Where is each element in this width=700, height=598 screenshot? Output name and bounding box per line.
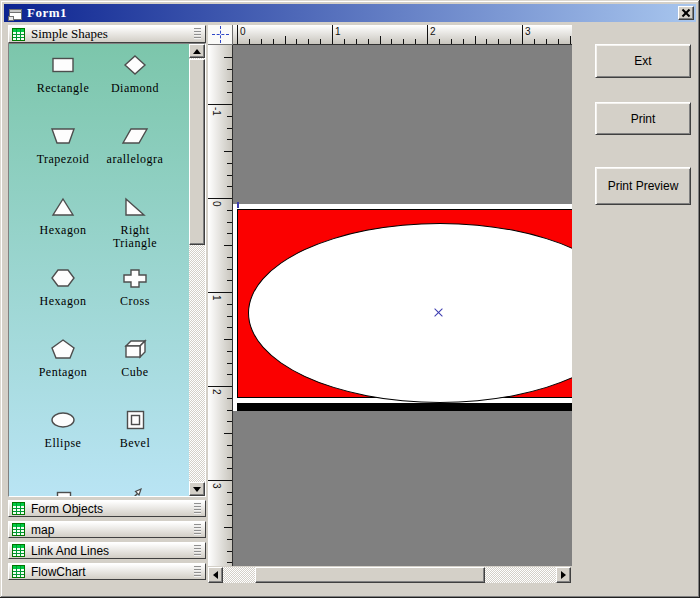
palette-group-map[interactable]: map — [8, 521, 206, 538]
ruler-tick — [227, 175, 232, 176]
ruler-label: 1 — [335, 26, 341, 37]
shape-item-label: Hexagon — [40, 295, 87, 308]
palette-group-form-objects[interactable]: Form Objects — [8, 500, 206, 517]
palette-header-label: Simple Shapes — [31, 26, 194, 42]
palette-group-link-and-lines[interactable]: Link And Lines — [8, 542, 206, 559]
shape-item-bevel[interactable]: Bevel — [99, 405, 171, 476]
shape-item-diamond[interactable]: Diamond — [99, 50, 171, 121]
shape-item-label: Hexagon — [40, 224, 87, 237]
shape-item-cross[interactable]: Cross — [99, 263, 171, 334]
shape-item-label: Cross — [120, 295, 150, 308]
shape-item-ellipse[interactable]: Ellipse — [27, 405, 99, 476]
ruler-tick — [380, 36, 381, 44]
ruler-tick — [227, 269, 232, 270]
palette-scrollbar[interactable] — [189, 44, 205, 496]
title-bar[interactable]: Form1 — [4, 4, 696, 22]
shape-item-parallelogram[interactable]: arallelogra — [99, 121, 171, 192]
shape-grid: RectangleDiamondTrapezoidarallelograHexa… — [27, 50, 171, 476]
ruler-tick — [546, 39, 547, 44]
parallelogram-icon — [121, 121, 149, 151]
ruler-tick — [227, 457, 232, 458]
ruler-tick — [415, 39, 416, 44]
shape-palette: Simple Shapes RectangleDiamondTrapezoida… — [8, 25, 206, 580]
shape-item-rectangle[interactable]: Rectangle — [27, 50, 99, 121]
scroll-left-button[interactable] — [208, 567, 223, 583]
canvas-hscrollbar[interactable] — [208, 567, 571, 583]
scroll-down-button[interactable] — [189, 482, 205, 496]
ruler-tick — [224, 433, 232, 434]
shape-item-pentagon[interactable]: Pentagon — [27, 334, 99, 405]
ruler-tick — [224, 57, 232, 58]
center-cross-marker — [433, 307, 444, 318]
ruler-tick — [227, 69, 232, 70]
ruler-tick — [208, 480, 232, 481]
bevel-icon — [121, 405, 149, 435]
palette-group-label: Form Objects — [31, 502, 194, 516]
green-grid-icon — [12, 523, 25, 536]
ruler-tick — [227, 139, 232, 140]
palette-group-label: Link And Lines — [31, 544, 194, 558]
ruler-tick — [227, 551, 232, 552]
horizontal-ruler: 0123 — [233, 25, 572, 45]
ruler-label: 1 — [211, 295, 222, 301]
ruler-tick — [227, 163, 232, 164]
ext-button[interactable]: Ext — [595, 44, 691, 78]
window-title: Form1 — [27, 5, 678, 21]
ruler-tick — [427, 25, 428, 44]
canvas-hscrollbar-thumb[interactable] — [255, 567, 485, 583]
canvas-area: 0123 -10123 — [208, 25, 572, 583]
ruler-tick — [227, 116, 232, 117]
ruler-tick — [522, 25, 523, 44]
triangle-icon — [49, 192, 77, 222]
ruler-tick — [227, 351, 232, 352]
shape-item-partial-rectangle[interactable] — [56, 490, 72, 497]
palette-header-simple-shapes[interactable]: Simple Shapes — [8, 25, 206, 43]
ruler-tick — [227, 304, 232, 305]
ruler-tick — [368, 39, 369, 44]
ruler-tick — [296, 39, 297, 44]
shape-item-label: Pentagon — [39, 366, 88, 379]
ruler-tick — [224, 339, 232, 340]
ruler-tick — [227, 92, 232, 93]
ruler-tick — [224, 527, 232, 528]
palette-group-flowchart[interactable]: FlowChart — [8, 563, 206, 580]
drawing-viewport[interactable] — [233, 45, 572, 566]
print-button[interactable]: Print — [595, 102, 691, 135]
palette-group-label: FlowChart — [31, 565, 194, 579]
shape-item-hexagon[interactable]: Hexagon — [27, 263, 99, 334]
cross-icon — [121, 263, 149, 293]
triangle-right-icon — [561, 571, 566, 579]
shape-item-trapezoid[interactable]: Trapezoid — [27, 121, 99, 192]
scroll-right-button[interactable] — [556, 567, 571, 583]
ellipse-icon — [49, 405, 77, 435]
green-grid-icon — [12, 544, 25, 557]
palette-scrollbar-thumb[interactable] — [189, 59, 205, 245]
ruler-tick — [273, 39, 274, 44]
scroll-up-button[interactable] — [189, 44, 205, 58]
ruler-tick — [227, 233, 232, 234]
green-grid-icon — [12, 565, 25, 578]
green-grid-icon — [12, 502, 25, 515]
shape-item-partial-arrow[interactable] — [127, 485, 147, 497]
ruler-tick — [439, 39, 440, 44]
vertical-ruler: -10123 — [208, 45, 233, 566]
black-line-shape[interactable] — [237, 403, 572, 411]
shape-item-right-triangle[interactable]: Right Triangle — [99, 192, 171, 263]
ruler-label: 3 — [211, 483, 222, 489]
shape-item-cube[interactable]: Cube — [99, 334, 171, 405]
close-button[interactable] — [678, 6, 694, 20]
ruler-tick — [498, 39, 499, 44]
shape-list: RectangleDiamondTrapezoidarallelograHexa… — [8, 43, 206, 497]
ruler-tick — [227, 421, 232, 422]
ruler-tick — [208, 104, 232, 105]
ruler-tick — [249, 39, 250, 44]
ruler-tick — [227, 515, 232, 516]
shape-item-label: Diamond — [111, 82, 159, 95]
ruler-tick — [570, 36, 571, 44]
ruler-tick — [227, 445, 232, 446]
print-preview-button[interactable]: Print Preview — [595, 167, 691, 205]
shape-item-triangle[interactable]: Hexagon — [27, 192, 99, 263]
triangle-up-icon — [193, 49, 201, 54]
ruler-tick — [451, 39, 452, 44]
close-icon — [682, 9, 690, 17]
